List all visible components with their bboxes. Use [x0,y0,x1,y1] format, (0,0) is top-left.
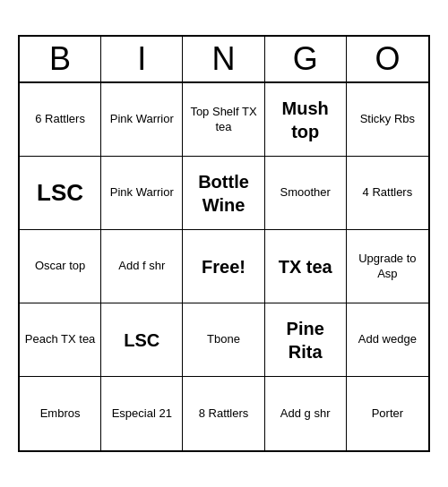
bingo-cell: Oscar top [20,230,101,303]
bingo-grid: 6 RattlersPink WarriorTop Shelf TX teaMu… [20,83,428,450]
cell-label: 6 Rattlers [35,112,85,127]
bingo-cell: Free! [183,230,264,303]
bingo-cell: TX tea [265,230,347,303]
cell-label: Top Shelf TX tea [186,105,260,135]
bingo-cell: 8 Rattlers [183,377,264,450]
bingo-cell: Add wedge [347,303,428,377]
bingo-header: BINGO [20,37,428,83]
cell-label: Peach TX tea [25,332,96,347]
cell-label: Especial 21 [112,406,172,422]
bingo-header-letter: N [183,37,264,81]
bingo-cell: Pink Warrior [101,83,183,157]
cell-label: Mush top [269,97,342,143]
cell-label: TX tea [279,255,332,278]
bingo-header-letter: O [347,37,428,81]
cell-label: Smoother [280,185,331,201]
cell-label: 8 Rattlers [199,406,249,422]
bingo-cell: Smoother [265,157,347,230]
cell-label: Add f shr [118,259,165,274]
cell-label: Pink Warrior [110,112,174,127]
cell-label: Add wedge [358,332,417,347]
cell-label: Add g shr [280,406,331,422]
bingo-cell: Especial 21 [101,377,183,450]
bingo-header-letter: G [265,37,347,81]
cell-label: 4 Rattlers [363,185,413,201]
bingo-cell: Embros [20,377,101,450]
bingo-cell: Pine Rita [265,303,347,377]
bingo-cell: LSC [101,303,183,377]
bingo-cell: Add g shr [265,377,347,450]
cell-label: LSC [124,329,159,352]
bingo-cell: Pink Warrior [101,157,183,230]
bingo-cell: Mush top [265,83,347,157]
cell-label: Upgrade to Asp [350,252,425,282]
bingo-cell: Tbone [183,303,264,377]
bingo-cell: Peach TX tea [20,303,101,377]
cell-label: Free! [202,255,246,278]
cell-label: Pine Rita [269,317,342,363]
bingo-cell: 6 Rattlers [20,83,101,157]
cell-label: Pink Warrior [110,185,174,201]
cell-label: Oscar top [35,259,85,274]
bingo-cell: Add f shr [101,230,183,303]
bingo-cell: Sticky Rbs [347,83,428,157]
bingo-cell: 4 Rattlers [347,157,428,230]
bingo-header-letter: I [101,37,183,81]
cell-label: LSC [37,178,83,209]
cell-label: Embros [40,406,81,422]
bingo-cell: LSC [20,157,101,230]
bingo-cell: Upgrade to Asp [347,230,428,303]
bingo-card: BINGO 6 RattlersPink WarriorTop Shelf TX… [18,35,430,452]
bingo-cell: Porter [347,377,428,450]
cell-label: Sticky Rbs [360,112,415,127]
bingo-cell: Top Shelf TX tea [183,83,264,157]
cell-label: Porter [372,406,403,422]
cell-label: Tbone [207,332,240,347]
bingo-header-letter: B [20,37,101,81]
cell-label: Bottle Wine [186,170,260,217]
bingo-cell: Bottle Wine [183,157,264,230]
